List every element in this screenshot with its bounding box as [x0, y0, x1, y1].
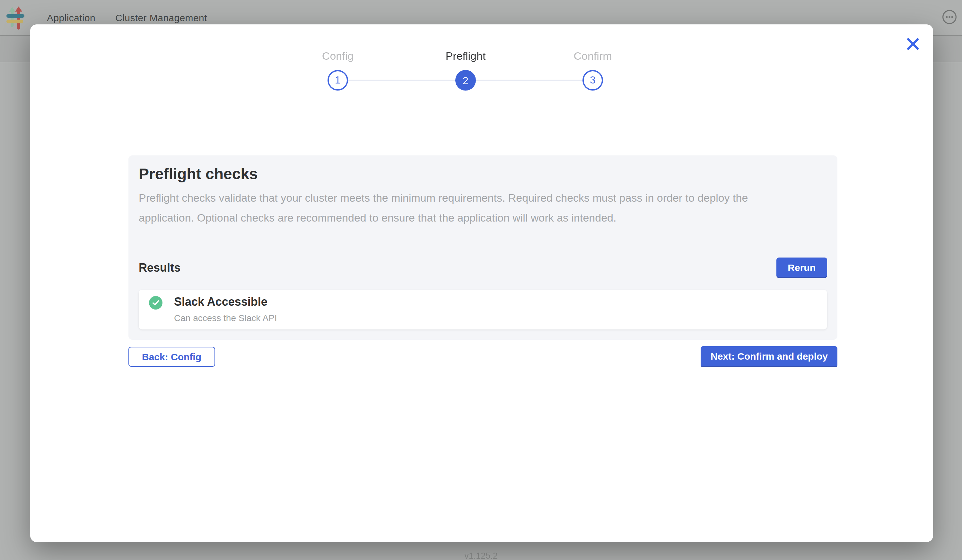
- wizard-stepper: Config 1 Preflight 2 Confirm 3: [30, 24, 933, 108]
- step-preflight: Preflight 2: [414, 50, 517, 90]
- back-config-button[interactable]: Back: Config: [128, 347, 215, 367]
- nav-item-cluster-management[interactable]: Cluster Management: [115, 12, 207, 23]
- step-circle-2[interactable]: 2: [455, 70, 476, 90]
- preflight-panel: Preflight checks Preflight checks valida…: [128, 155, 838, 340]
- step-circle-3[interactable]: 3: [583, 70, 603, 90]
- nav-item-application[interactable]: Application: [47, 12, 95, 23]
- preflight-title: Preflight checks: [139, 165, 827, 183]
- step-label: Config: [286, 50, 389, 63]
- ellipsis-menu-icon[interactable]: [942, 10, 957, 24]
- wizard-footer: Back: Config Next: Confirm and deploy: [128, 346, 838, 367]
- deploy-wizard-modal: Config 1 Preflight 2 Confirm 3 Preflight…: [30, 24, 933, 542]
- results-title: Results: [139, 261, 181, 274]
- check-pass-icon: [149, 296, 163, 310]
- rerun-button[interactable]: Rerun: [776, 258, 827, 278]
- step-label: Preflight: [414, 50, 517, 63]
- results-header-row: Results Rerun: [139, 256, 827, 279]
- screen: Application Cluster Management v1.125.2: [0, 0, 962, 560]
- next-confirm-deploy-button[interactable]: Next: Confirm and deploy: [701, 346, 838, 367]
- step-circle-1[interactable]: 1: [328, 70, 348, 90]
- step-config: Config 1: [286, 50, 389, 90]
- check-name: Slack Accessible: [174, 295, 277, 309]
- check-detail: Can access the Slack API: [174, 313, 277, 323]
- preflight-description: Preflight checks validate that your clus…: [139, 188, 791, 228]
- step-label: Confirm: [541, 50, 644, 63]
- check-text: Slack Accessible Can access the Slack AP…: [174, 295, 277, 323]
- app-logo-icon: [6, 6, 24, 29]
- preflight-check-row: Slack Accessible Can access the Slack AP…: [139, 290, 827, 329]
- app-version-label: v1.125.2: [0, 551, 962, 560]
- step-confirm: Confirm 3: [541, 50, 644, 90]
